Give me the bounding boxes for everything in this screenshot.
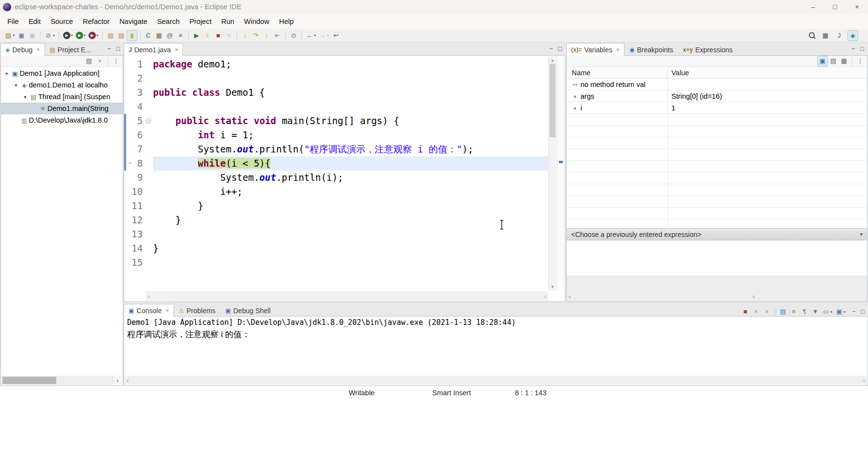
maximize-view-button[interactable]: □	[116, 45, 120, 52]
column-header-value[interactable]: Value	[668, 69, 689, 77]
code-editor[interactable]: 1package demo1;23public class Demo1 {45−…	[124, 57, 548, 270]
debug-tree-item[interactable]: ▾◈demo1.Demo1 at localho	[1, 79, 123, 91]
menu-item-navigate[interactable]: Navigate	[114, 15, 152, 28]
back-button[interactable]: ←▾	[304, 30, 317, 41]
scroll-lock-button[interactable]: ≡	[788, 306, 799, 317]
scroll-right-button[interactable]: ›	[863, 377, 865, 384]
code-line[interactable]: 13	[124, 227, 548, 241]
tab-project-explorer[interactable]: ▤Project E...	[45, 43, 96, 56]
tab-breakpoints[interactable]: ◉Breakpoints	[624, 43, 678, 56]
code-line[interactable]: 12 }	[124, 213, 548, 227]
variable-row[interactable]: ●i1	[567, 102, 867, 114]
code-line[interactable]: 2	[124, 71, 548, 86]
menu-item-project[interactable]: Project	[184, 15, 216, 28]
console-horizontal-scrollbar[interactable]: ‹ ›	[125, 376, 867, 385]
code-line[interactable]: 11 }	[124, 199, 548, 213]
collapse-all-button[interactable]: ▤	[828, 56, 839, 66]
code-line[interactable]: 15	[124, 256, 548, 270]
view-menu-button[interactable]: ⋮	[111, 56, 121, 66]
expression-input[interactable]: <Choose a previously entered expression>…	[567, 228, 867, 240]
minimize-view-button[interactable]: −	[549, 45, 553, 52]
debug-tree-item[interactable]: ≡Demo1.main(String	[1, 103, 123, 114]
open-type-button[interactable]: ▤	[105, 30, 116, 41]
scroll-up-button[interactable]: ▴	[549, 57, 556, 64]
resume-button[interactable]: ▶	[191, 30, 202, 41]
close-window-button[interactable]: ×	[846, 3, 868, 11]
new-wizard-button[interactable]: ▤▾	[3, 30, 16, 41]
tab-expressions[interactable]: x+yExpressions	[678, 43, 737, 56]
coverage-history-button[interactable]: ▶▾	[87, 30, 100, 41]
pin-console-button[interactable]: ▼	[810, 306, 821, 317]
close-tab-icon[interactable]: ×	[166, 307, 169, 314]
toggle-mark-occurrences-button[interactable]: ▮	[127, 30, 137, 41]
clear-console-button[interactable]: ▤	[778, 306, 788, 317]
minimize-view-button[interactable]: −	[852, 308, 855, 315]
open-console-button[interactable]: ▣▾	[834, 306, 847, 317]
maximize-window-button[interactable]: □	[824, 3, 846, 11]
menu-item-edit[interactable]: Edit	[23, 15, 45, 28]
minimize-window-button[interactable]: –	[802, 3, 824, 11]
code-line[interactable]: 7 System.out.println("程序调试演示，注意观察 i 的值："…	[124, 142, 548, 156]
code-line[interactable]: 4	[124, 100, 548, 114]
variable-row[interactable]: ●argsString[0] (id=16)	[567, 90, 867, 102]
variable-row[interactable]: ↦no method return val	[567, 79, 867, 90]
column-divider[interactable]	[668, 79, 668, 228]
close-tab-icon[interactable]: ×	[175, 46, 178, 53]
minimize-view-button[interactable]: −	[107, 45, 111, 52]
chevron-down-icon[interactable]: ▾	[860, 231, 863, 237]
run-history-button[interactable]: ▶▾	[62, 30, 74, 41]
tab-problems[interactable]: ⚠Problems	[174, 304, 221, 317]
editor-horizontal-scrollbar[interactable]: ‹ ›	[146, 291, 548, 301]
code-line[interactable]: 6 int i = 1;	[124, 128, 548, 142]
open-perspective-button[interactable]: ▦	[820, 30, 831, 41]
open-javadoc-button[interactable]: @	[164, 30, 175, 41]
remove-all-terminated-button[interactable]: ×	[94, 56, 105, 66]
variables-horizontal-scrollbar[interactable]: ‹ ›	[569, 292, 755, 300]
java-perspective-button[interactable]: J	[834, 30, 845, 41]
scroll-left-button[interactable]: ‹	[569, 293, 571, 300]
code-line[interactable]: 5− public static void main(String[] args…	[124, 114, 548, 128]
debug-horizontal-scrollbar[interactable]: ›	[1, 376, 122, 385]
code-line[interactable]: 3public class Demo1 {	[124, 86, 548, 100]
maximize-view-button[interactable]: □	[861, 308, 865, 315]
scrollbar-thumb[interactable]	[2, 377, 56, 384]
code-line[interactable]: 9 System.out.println(i);	[124, 171, 548, 185]
tab-debug[interactable]: ◈Debug×	[0, 43, 45, 56]
quick-access-search-button[interactable]	[807, 30, 817, 41]
new-java-class-button[interactable]: C	[143, 30, 154, 41]
use-step-filters-button[interactable]: ⊙	[288, 30, 299, 41]
show-logical-structures-button[interactable]: ▣	[817, 56, 828, 66]
last-edit-location-button[interactable]: ↩	[331, 30, 341, 41]
scrollbar-thumb[interactable]	[550, 64, 556, 137]
close-tab-icon[interactable]: ×	[37, 46, 40, 53]
step-into-button[interactable]: ↓	[240, 30, 250, 41]
code-line[interactable]: 1package demo1;	[124, 57, 548, 71]
terminate-button[interactable]: ■	[213, 30, 223, 41]
close-tab-icon[interactable]: ×	[616, 46, 620, 53]
variables-table-header[interactable]: Name Value	[567, 67, 867, 79]
column-header-name[interactable]: Name	[567, 67, 668, 78]
menu-item-search[interactable]: Search	[152, 15, 184, 28]
debug-tree-item[interactable]: ▾▣Demo1 [Java Application]	[1, 67, 123, 79]
menu-item-refactor[interactable]: Refactor	[78, 15, 114, 28]
terminate-console-button[interactable]: ■	[740, 306, 751, 317]
tab-console[interactable]: ▣Console×	[124, 304, 174, 317]
menu-item-run[interactable]: Run	[216, 15, 239, 28]
menu-item-help[interactable]: Help	[274, 15, 299, 28]
step-over-button[interactable]: ↷	[250, 30, 261, 41]
forward-button[interactable]: →▾	[317, 30, 331, 41]
tab-variables[interactable]: (x)=Variables×	[566, 43, 624, 56]
collapse-all-button[interactable]: ▤	[84, 56, 94, 66]
menu-item-window[interactable]: Window	[239, 15, 274, 28]
editor-vertical-scrollbar[interactable]: ▴ ▾	[548, 56, 556, 291]
show-outline-button[interactable]: ≡	[175, 30, 186, 41]
menu-item-file[interactable]: File	[2, 15, 23, 28]
minimize-view-button[interactable]: −	[851, 45, 855, 52]
save-button[interactable]: ▣	[16, 30, 27, 41]
debug-perspective-button[interactable]: ◈	[847, 30, 858, 41]
disconnect-button[interactable]: ×	[223, 30, 234, 41]
expander-icon[interactable]: ▾	[12, 83, 20, 88]
step-return-button[interactable]: ↑	[261, 30, 272, 41]
remove-all-launches-button[interactable]: ×	[761, 306, 772, 317]
columns-layout-button[interactable]: ▦	[839, 56, 849, 66]
